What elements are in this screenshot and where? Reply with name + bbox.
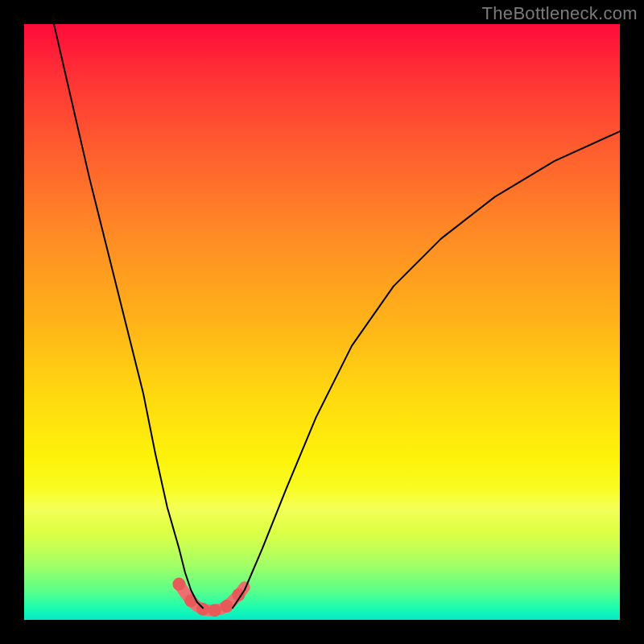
highlight-dot bbox=[172, 578, 185, 591]
curve-layer bbox=[24, 24, 620, 620]
plot-area bbox=[24, 24, 620, 620]
highlight-dot bbox=[221, 600, 233, 613]
highlight-dot bbox=[208, 604, 221, 617]
chart-frame: TheBottleneck.com bbox=[0, 0, 644, 644]
highlight-dot bbox=[196, 603, 209, 616]
watermark-text: TheBottleneck.com bbox=[482, 3, 638, 24]
left-branch-line bbox=[54, 24, 203, 608]
right-branch-line bbox=[233, 131, 620, 608]
